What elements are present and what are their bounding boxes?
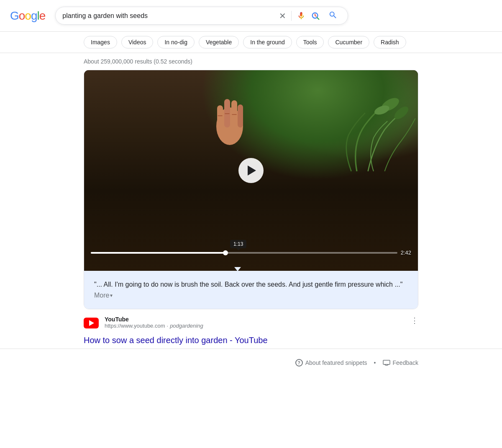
filter-chip-radish[interactable]: Radish [374,36,406,48]
microphone-icon [297,11,306,20]
video-progress-bar: 2:42 [84,249,418,256]
svg-rect-3 [217,105,223,128]
clear-search-button[interactable]: ✕ [279,11,286,21]
search-bar[interactable]: ✕ [55,7,348,25]
youtube-play-icon [89,320,94,326]
lens-search-button[interactable] [311,11,320,20]
youtube-icon [84,318,99,328]
more-button[interactable]: More ▾ [94,292,113,299]
close-icon: ✕ [279,11,286,21]
filter-chip-cucumber[interactable]: Cucumber [328,36,369,48]
transcript-text: "... All. I'm going to do now is brush t… [94,281,402,288]
svg-rect-6 [238,104,243,127]
voice-search-button[interactable] [297,11,306,20]
progress-track[interactable] [91,252,397,254]
svg-rect-13 [383,360,390,364]
search-input[interactable] [62,12,274,20]
info-icon: ? [295,359,303,367]
feedback-label: Feedback [393,359,418,366]
video-play-button[interactable] [238,158,264,183]
filter-chip-vegetable[interactable]: Vegetable [199,36,239,48]
svg-rect-4 [224,99,230,127]
source-channel: podgardening [170,323,203,329]
filter-chip-tools[interactable]: Tools [296,36,324,48]
filter-chip-no-dig[interactable]: In no-dig [157,36,194,48]
results-count: About 259,000,000 results (0.52 seconds) [0,53,502,70]
svg-line-1 [317,18,319,19]
header: Google ✕ [0,0,502,32]
progress-fill [91,252,225,254]
filter-chip-in-ground[interactable]: In the ground [243,36,292,48]
result-title-link[interactable]: How to sow a seed directly into garden -… [0,336,502,345]
play-triangle-icon [248,165,256,176]
filter-chip-videos[interactable]: Videos [121,36,154,48]
feedback-icon [383,360,390,366]
about-snippets-link[interactable]: ? About featured snippets [295,359,367,367]
filter-chip-images[interactable]: Images [84,36,117,48]
featured-snippet-card: 2:42 1:13 "... All. I'm going to do now … [84,70,418,309]
tooltip-pointer [234,267,241,271]
source-meta: YouTube https://www.youtube.com · podgar… [105,316,405,329]
source-name: YouTube [105,316,405,323]
source-options-button[interactable]: ⋮ [411,316,418,325]
google-logo: Google [10,9,45,23]
feedback-link[interactable]: Feedback [383,359,418,366]
source-url: https://www.youtube.com · podgardening [105,323,405,329]
search-bar-icons: ✕ [279,10,341,21]
soil-image: 2:42 1:13 [84,70,418,271]
filters-bar: Images Videos In no-dig Vegetable In the… [0,32,502,53]
svg-rect-5 [231,100,237,127]
video-thumbnail[interactable]: 2:42 1:13 [84,70,418,271]
video-duration: 2:42 [401,249,411,256]
chevron-down-icon: ▾ [110,293,113,298]
snippet-text-area: "... All. I'm going to do now is brush t… [84,271,418,309]
progress-thumb [223,250,228,255]
footer-dot: • [374,359,376,366]
search-submit-button[interactable] [325,10,341,21]
grass-graphic [301,70,418,181]
footer-bar: ? About featured snippets • Feedback [0,349,502,377]
search-icon [328,10,338,20]
google-lens-icon [311,11,320,20]
video-time-tooltip: 1:13 [230,240,246,248]
hand-graphic [211,80,248,147]
source-domain: https://www.youtube.com [105,323,165,329]
source-row: YouTube https://www.youtube.com · podgar… [0,309,502,336]
divider [291,11,292,21]
about-snippets-label: About featured snippets [305,359,367,366]
